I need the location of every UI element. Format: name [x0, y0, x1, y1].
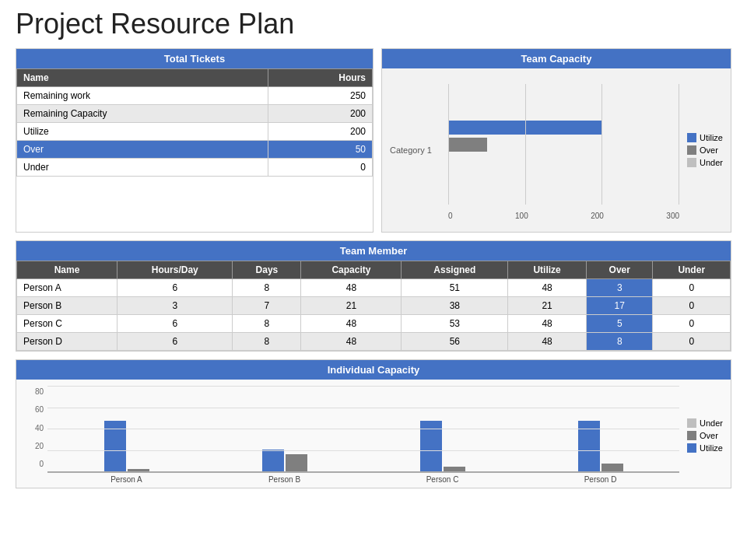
- team-over: 3: [587, 279, 653, 297]
- legend-utilize-label: Utilize: [700, 133, 723, 142]
- indiv-bar-group: [262, 450, 307, 472]
- team-cell: 8: [233, 333, 301, 351]
- team-cell: 0: [653, 315, 731, 333]
- tickets-table: Name Hours Remaining work 250 Remaining …: [16, 68, 373, 177]
- legend-utilize-box: [687, 133, 696, 142]
- indiv-utilize-bar: [420, 421, 442, 472]
- x-label-100: 100: [515, 212, 528, 220]
- team-cell: 48: [301, 333, 402, 351]
- individual-chart: 0 20 40 60 80 Person APerson BPerson CPe…: [24, 387, 679, 484]
- ticket-name: Remaining work: [17, 87, 268, 105]
- page-title: Project Resource Plan: [16, 8, 731, 40]
- y60: 60: [24, 405, 44, 414]
- indiv-over-bar: [444, 467, 465, 472]
- team-cell: 6: [117, 315, 233, 333]
- team-col-name: Name: [17, 261, 117, 279]
- team-cell: 6: [117, 279, 233, 297]
- team-cell: 0: [653, 297, 731, 315]
- team-col-assigned: Assigned: [402, 261, 508, 279]
- team-table: NameHours/DayDaysCapacityAssignedUtilize…: [16, 261, 731, 351]
- tickets-col-name: Name: [17, 69, 268, 87]
- legend-over: Over: [687, 145, 723, 155]
- team-cell: 8: [233, 315, 301, 333]
- ticket-hours: 250: [268, 87, 372, 105]
- team-cell: 7: [233, 297, 301, 315]
- y80: 80: [24, 387, 44, 396]
- total-tickets-header: Total Tickets: [16, 49, 373, 68]
- indiv-utilize-bar: [104, 421, 126, 472]
- indiv-utilize-bar: [262, 450, 284, 472]
- team-cell: 48: [301, 279, 402, 297]
- indiv-bar-group: [420, 421, 465, 472]
- indiv-legend-under: Under: [687, 418, 723, 428]
- team-cell: 3: [117, 297, 233, 315]
- team-over: 17: [587, 297, 653, 315]
- team-cell: 21: [301, 297, 402, 315]
- legend-under: Under: [687, 158, 723, 167]
- team-name: Person D: [17, 333, 117, 351]
- team-capacity-chart: Category 1 0 100: [382, 68, 731, 232]
- team-row: Person A6848514830: [17, 279, 731, 297]
- indiv-legend-utilize-box: [687, 443, 696, 453]
- category-label: Category 1: [390, 145, 432, 155]
- individual-capacity-header: Individual Capacity: [16, 360, 731, 380]
- ticket-row: Under 0: [17, 159, 373, 177]
- legend-utilize: Utilize: [687, 133, 723, 142]
- ticket-row: Remaining work 250: [17, 87, 373, 105]
- team-capacity-header: Team Capacity: [382, 49, 731, 68]
- indiv-xlabel: Person A: [47, 475, 205, 484]
- ticket-name: Over: [17, 141, 268, 159]
- ticket-hours: 50: [268, 141, 372, 159]
- indiv-bar-group: [104, 421, 149, 472]
- ticket-row: Utilize 200: [17, 123, 373, 141]
- ticket-name: Utilize: [17, 123, 268, 141]
- individual-legend: Under Over Utilize: [687, 418, 723, 453]
- legend-over-label: Over: [700, 145, 718, 155]
- total-tickets-panel: Total Tickets Name Hours Remaining work …: [16, 48, 374, 233]
- team-member-panel: Team Member NameHours/DayDaysCapacityAss…: [16, 240, 731, 352]
- team-cell: 0: [653, 279, 731, 297]
- team-col-over: Over: [587, 261, 653, 279]
- x-label-300: 300: [666, 212, 679, 220]
- legend-under-box: [687, 158, 696, 167]
- ticket-hours: 200: [268, 123, 372, 141]
- capacity-legend: Utilize Over Under: [687, 133, 723, 167]
- indiv-legend-under-box: [687, 418, 696, 428]
- indiv-xlabel: Person C: [363, 475, 521, 484]
- indiv-bar-group: [578, 421, 623, 472]
- ticket-name: Remaining Capacity: [17, 105, 268, 123]
- indiv-utilize-bar: [578, 421, 600, 472]
- indiv-xlabel: Person B: [205, 475, 363, 484]
- ticket-hours: 200: [268, 105, 372, 123]
- y0: 0: [24, 460, 44, 468]
- x-label-200: 200: [591, 212, 604, 220]
- indiv-over-bar: [601, 464, 623, 472]
- indiv-over-bar: [128, 469, 149, 472]
- team-cell: 48: [508, 315, 587, 333]
- tickets-col-hours: Hours: [268, 69, 372, 87]
- indiv-legend-utilize-label: Utilize: [700, 443, 723, 453]
- x-label-0: 0: [448, 212, 453, 220]
- team-col-capacity: Capacity: [301, 261, 402, 279]
- team-cell: 53: [402, 315, 508, 333]
- team-col-days: Days: [233, 261, 301, 279]
- team-cell: 48: [508, 333, 587, 351]
- team-row: Person B37213821170: [17, 297, 731, 315]
- indiv-legend-over-box: [687, 431, 696, 440]
- team-cell: 48: [508, 279, 587, 297]
- indiv-legend-over-label: Over: [700, 431, 718, 440]
- team-cell: 6: [117, 333, 233, 351]
- indiv-legend-under-label: Under: [700, 418, 723, 428]
- ticket-row: Over 50: [17, 141, 373, 159]
- team-over: 5: [587, 315, 653, 333]
- y20: 20: [24, 442, 44, 450]
- team-name: Person A: [17, 279, 117, 297]
- team-cell: 8: [233, 279, 301, 297]
- team-col-utilize: Utilize: [508, 261, 587, 279]
- team-col-under: Under: [653, 261, 731, 279]
- legend-under-label: Under: [700, 158, 723, 167]
- team-cell: 48: [301, 315, 402, 333]
- indiv-xlabel: Person D: [521, 475, 679, 484]
- team-cell: 56: [402, 333, 508, 351]
- team-cell: 38: [402, 297, 508, 315]
